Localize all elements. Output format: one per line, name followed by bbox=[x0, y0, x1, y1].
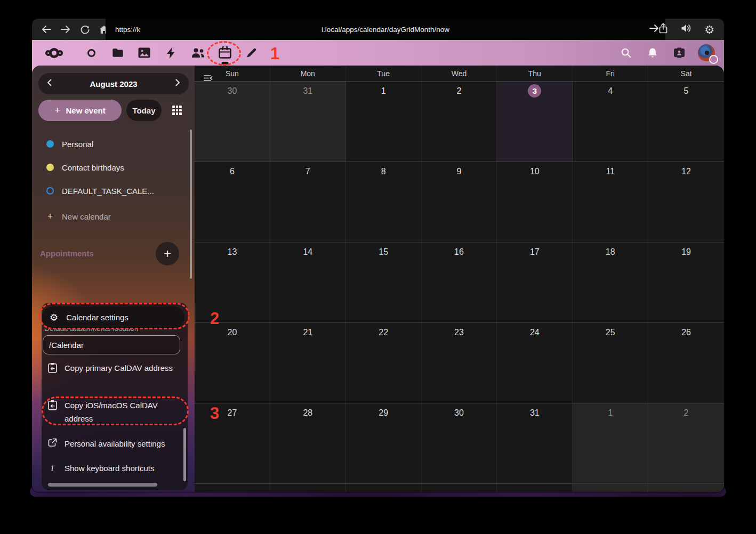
files-app-icon[interactable] bbox=[108, 40, 127, 66]
calendar-list-item[interactable]: Personal bbox=[32, 136, 195, 152]
day-cell-partial[interactable] bbox=[422, 484, 497, 492]
day-cell-partial[interactable] bbox=[648, 484, 724, 492]
show-keyboard-shortcuts-button[interactable]: i Show keyboard shortcuts bbox=[42, 462, 154, 475]
notes-app-icon[interactable] bbox=[242, 40, 261, 66]
today-button[interactable]: Today bbox=[126, 100, 162, 121]
day-cell-29[interactable]: 29 bbox=[346, 403, 422, 483]
url-bar[interactable]: l.local/apps/calendar/dayGridMonth/now h… bbox=[106, 19, 665, 40]
day-cell-15[interactable]: 15 bbox=[346, 242, 422, 322]
grid-view-icon[interactable] bbox=[172, 106, 182, 115]
contacts-app-icon[interactable] bbox=[186, 40, 210, 66]
copy-ios-macos-caldav-button[interactable]: Copy iOS/macOS CalDAV address bbox=[42, 399, 181, 425]
url-text-right: l.local/apps/calendar/dayGridMonth/now bbox=[106, 26, 665, 34]
prev-month-chevron-icon[interactable] bbox=[47, 79, 52, 88]
clipboard-arrow-icon bbox=[47, 400, 58, 425]
weekday-wed: Wed bbox=[422, 66, 497, 81]
forward-icon[interactable] bbox=[59, 25, 73, 34]
activity-app-icon[interactable] bbox=[161, 40, 180, 66]
new-event-button[interactable]: + New event bbox=[38, 100, 122, 121]
day-cell-20[interactable]: 20 bbox=[195, 323, 270, 403]
share-icon[interactable] bbox=[658, 23, 668, 36]
nextcloud-logo-icon[interactable] bbox=[36, 40, 71, 66]
settings-gear-icon[interactable]: ⚙ bbox=[704, 24, 714, 35]
appointments-heading: Appointments bbox=[40, 249, 94, 258]
day-cell-partial[interactable] bbox=[497, 484, 573, 492]
day-cell-30[interactable]: 30 bbox=[422, 403, 497, 483]
day-cell-22[interactable]: 22 bbox=[346, 323, 422, 403]
day-cell-26[interactable]: 26 bbox=[648, 323, 724, 403]
calendar-list-item[interactable]: Contact birthdays bbox=[32, 159, 195, 175]
weekday-tue: Tue bbox=[346, 66, 422, 81]
day-cell-3[interactable]: 3 bbox=[497, 82, 573, 161]
reload-icon[interactable] bbox=[78, 25, 92, 34]
day-cell-21[interactable]: 21 bbox=[270, 323, 346, 403]
photos-app-icon[interactable] bbox=[134, 40, 154, 66]
day-cell-11[interactable]: 11 bbox=[573, 162, 648, 242]
today-badge: 3 bbox=[528, 84, 541, 98]
day-cell-6[interactable]: 6 bbox=[195, 162, 270, 242]
day-cell-18[interactable]: 18 bbox=[573, 242, 648, 322]
calendar-list-item[interactable]: DEFAULT_TASK_CALE... bbox=[32, 183, 195, 199]
month-navigation: August 2023 bbox=[38, 73, 189, 94]
day-cell-25[interactable]: 25 bbox=[573, 323, 648, 403]
day-cell-17[interactable]: 17 bbox=[497, 242, 573, 322]
day-cell-12[interactable]: 12 bbox=[648, 162, 724, 242]
calendar-week-row-partial bbox=[195, 484, 724, 492]
day-cell-2[interactable]: 2 bbox=[422, 82, 497, 161]
panel-scrollbar-horizontal[interactable] bbox=[48, 483, 157, 487]
go-arrow-icon[interactable] bbox=[649, 24, 659, 35]
day-cell-16[interactable]: 16 bbox=[422, 242, 497, 322]
browser-window: l.local/apps/calendar/dayGridMonth/now h… bbox=[32, 19, 724, 492]
plus-icon: + bbox=[54, 104, 60, 116]
next-month-chevron-icon[interactable] bbox=[175, 79, 180, 88]
copy-primary-caldav-button[interactable]: Copy primary CalDAV address bbox=[42, 361, 181, 375]
day-cell-8[interactable]: 8 bbox=[346, 162, 422, 242]
audio-icon[interactable] bbox=[681, 23, 691, 35]
day-cell-partial[interactable] bbox=[270, 484, 346, 492]
day-cell-4[interactable]: 4 bbox=[573, 82, 648, 161]
day-cell-27[interactable]: 27 bbox=[195, 403, 270, 483]
personal-availability-button[interactable]: Personal availability settings bbox=[42, 437, 165, 450]
day-cell-1[interactable]: 1 bbox=[573, 403, 648, 483]
day-cell-23[interactable]: 23 bbox=[422, 323, 497, 403]
day-cell-31[interactable]: 31 bbox=[497, 403, 573, 483]
avatar[interactable] bbox=[697, 40, 716, 66]
browser-toolbar: l.local/apps/calendar/dayGridMonth/now h… bbox=[32, 19, 724, 40]
day-cell-10[interactable]: 10 bbox=[497, 162, 573, 242]
day-cell-7[interactable]: 7 bbox=[270, 162, 346, 242]
status-badge bbox=[709, 55, 718, 64]
calendar-month-view: SunMonTueWedThuFriSat 303112345678910111… bbox=[195, 66, 724, 492]
day-cell-9[interactable]: 9 bbox=[422, 162, 497, 242]
calendar-week-row: 6789101112 bbox=[195, 162, 724, 242]
search-icon[interactable] bbox=[616, 40, 636, 66]
day-cell-1[interactable]: 1 bbox=[346, 82, 422, 161]
info-italic-icon: i bbox=[47, 463, 58, 475]
day-cell-5[interactable]: 5 bbox=[648, 82, 724, 161]
day-cell-13[interactable]: 13 bbox=[195, 242, 270, 322]
back-icon[interactable] bbox=[39, 25, 53, 34]
day-cell-partial[interactable] bbox=[195, 484, 270, 492]
day-cell-partial[interactable] bbox=[346, 484, 422, 492]
day-cell-partial[interactable] bbox=[573, 484, 648, 492]
day-cell-2[interactable]: 2 bbox=[648, 403, 724, 483]
day-cell-24[interactable]: 24 bbox=[497, 323, 573, 403]
day-cell-30[interactable]: 30 bbox=[195, 82, 270, 161]
weekday-sat: Sat bbox=[648, 66, 724, 81]
day-cell-31[interactable]: 31 bbox=[270, 82, 346, 161]
collapse-sidebar-icon[interactable] bbox=[203, 74, 213, 84]
day-cell-19[interactable]: 19 bbox=[648, 242, 724, 322]
sidebar-scrollbar[interactable] bbox=[190, 130, 192, 279]
calendar-week-row: 20212223242526 bbox=[195, 323, 724, 403]
new-calendar-button[interactable]: + New calendar bbox=[32, 208, 195, 224]
calendar-settings-button[interactable]: ⚙ Calendar settings bbox=[42, 306, 184, 328]
weekday-thu: Thu bbox=[497, 66, 573, 81]
attachments-location-input[interactable] bbox=[43, 335, 180, 354]
dashboard-app-icon[interactable] bbox=[82, 40, 101, 66]
notifications-bell-icon[interactable] bbox=[643, 40, 662, 66]
panel-scrollbar-vertical[interactable] bbox=[183, 428, 186, 481]
day-cell-14[interactable]: 14 bbox=[270, 242, 346, 322]
contacts-menu-icon[interactable] bbox=[670, 40, 689, 66]
add-appointment-button[interactable]: + bbox=[156, 242, 179, 265]
day-cell-28[interactable]: 28 bbox=[270, 403, 346, 483]
calendar-app-icon[interactable] bbox=[215, 40, 235, 66]
